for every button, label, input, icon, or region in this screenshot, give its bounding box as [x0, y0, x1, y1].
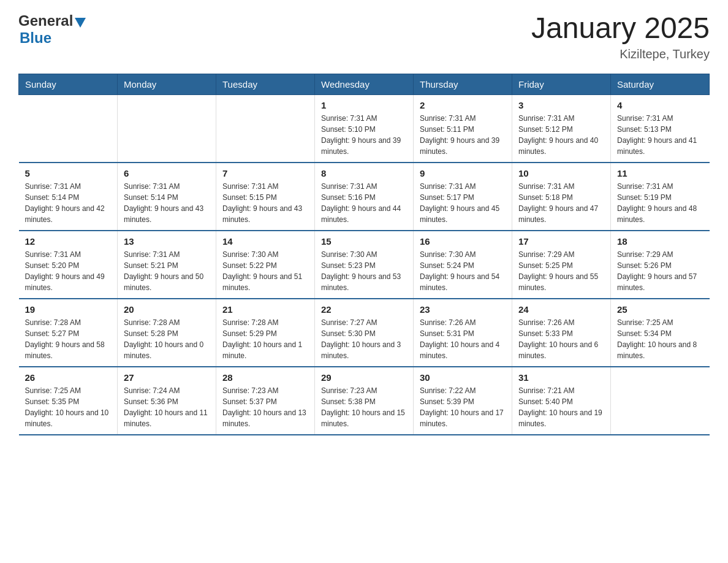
day-cell: 14Sunrise: 7:30 AMSunset: 5:22 PMDayligh…: [216, 231, 315, 299]
title-block: January 2025 Kiziltepe, Turkey: [531, 12, 710, 61]
day-info: Sunrise: 7:26 AMSunset: 5:33 PMDaylight:…: [518, 317, 604, 361]
day-number: 17: [518, 236, 604, 247]
day-info: Sunrise: 7:23 AMSunset: 5:37 PMDaylight:…: [222, 385, 308, 429]
day-number: 10: [518, 168, 604, 178]
day-number: 21: [222, 304, 308, 315]
day-number: 12: [25, 236, 112, 247]
day-cell: 15Sunrise: 7:30 AMSunset: 5:23 PMDayligh…: [315, 231, 414, 299]
day-cell: 3Sunrise: 7:31 AMSunset: 5:12 PMDaylight…: [512, 94, 611, 163]
calendar-body: 1Sunrise: 7:31 AMSunset: 5:10 PMDaylight…: [19, 94, 710, 435]
day-cell: [611, 367, 710, 435]
day-info: Sunrise: 7:29 AMSunset: 5:25 PMDaylight:…: [518, 249, 604, 293]
day-cell: 27Sunrise: 7:24 AMSunset: 5:36 PMDayligh…: [118, 367, 216, 435]
day-number: 7: [222, 168, 308, 178]
day-info: Sunrise: 7:30 AMSunset: 5:23 PMDaylight:…: [321, 249, 407, 293]
month-title: January 2025: [531, 12, 710, 45]
day-number: 30: [420, 372, 506, 383]
day-cell: 26Sunrise: 7:25 AMSunset: 5:35 PMDayligh…: [19, 367, 118, 435]
day-info: Sunrise: 7:31 AMSunset: 5:11 PMDaylight:…: [420, 113, 506, 157]
day-info: Sunrise: 7:30 AMSunset: 5:22 PMDaylight:…: [222, 249, 308, 293]
day-cell: 10Sunrise: 7:31 AMSunset: 5:18 PMDayligh…: [512, 163, 611, 231]
day-number: 13: [124, 236, 210, 247]
day-number: 22: [321, 304, 407, 315]
day-cell: 31Sunrise: 7:21 AMSunset: 5:40 PMDayligh…: [512, 367, 611, 435]
day-number: 15: [321, 236, 407, 247]
day-number: 3: [518, 100, 604, 110]
day-cell: 17Sunrise: 7:29 AMSunset: 5:25 PMDayligh…: [512, 231, 611, 299]
day-number: 19: [25, 304, 112, 315]
day-info: Sunrise: 7:31 AMSunset: 5:14 PMDaylight:…: [25, 181, 112, 225]
day-number: 20: [124, 304, 210, 315]
day-info: Sunrise: 7:28 AMSunset: 5:28 PMDaylight:…: [124, 317, 210, 361]
day-cell: 5Sunrise: 7:31 AMSunset: 5:14 PMDaylight…: [19, 163, 118, 231]
day-info: Sunrise: 7:31 AMSunset: 5:15 PMDaylight:…: [222, 181, 308, 225]
day-number: 16: [420, 236, 506, 247]
day-number: 29: [321, 372, 407, 383]
day-cell: 6Sunrise: 7:31 AMSunset: 5:14 PMDaylight…: [118, 163, 216, 231]
logo-blue-text: Blue: [20, 29, 51, 46]
day-info: Sunrise: 7:31 AMSunset: 5:16 PMDaylight:…: [321, 181, 407, 225]
day-info: Sunrise: 7:26 AMSunset: 5:31 PMDaylight:…: [420, 317, 506, 361]
day-cell: 25Sunrise: 7:25 AMSunset: 5:34 PMDayligh…: [611, 299, 710, 367]
day-number: 1: [321, 100, 407, 110]
day-info: Sunrise: 7:31 AMSunset: 5:12 PMDaylight:…: [518, 113, 604, 157]
header-cell-monday: Monday: [118, 74, 216, 94]
week-row-5: 26Sunrise: 7:25 AMSunset: 5:35 PMDayligh…: [19, 367, 710, 435]
day-info: Sunrise: 7:30 AMSunset: 5:24 PMDaylight:…: [420, 249, 506, 293]
day-cell: 1Sunrise: 7:31 AMSunset: 5:10 PMDaylight…: [315, 94, 414, 163]
day-number: 31: [518, 372, 604, 383]
day-number: 9: [420, 168, 506, 178]
day-info: Sunrise: 7:28 AMSunset: 5:29 PMDaylight:…: [222, 317, 308, 361]
day-cell: 24Sunrise: 7:26 AMSunset: 5:33 PMDayligh…: [512, 299, 611, 367]
day-number: 4: [617, 100, 703, 110]
header-cell-friday: Friday: [512, 74, 611, 94]
week-row-1: 1Sunrise: 7:31 AMSunset: 5:10 PMDaylight…: [19, 94, 710, 163]
day-info: Sunrise: 7:29 AMSunset: 5:26 PMDaylight:…: [617, 249, 703, 293]
header-cell-sunday: Sunday: [19, 74, 118, 94]
day-info: Sunrise: 7:21 AMSunset: 5:40 PMDaylight:…: [518, 385, 604, 429]
header-row: SundayMondayTuesdayWednesdayThursdayFrid…: [19, 74, 710, 94]
day-info: Sunrise: 7:25 AMSunset: 5:34 PMDaylight:…: [617, 317, 703, 361]
day-number: 25: [617, 304, 703, 315]
header-cell-wednesday: Wednesday: [315, 74, 414, 94]
day-number: 26: [25, 372, 112, 383]
logo-general-text: General: [18, 12, 73, 29]
logo: General Blue: [18, 12, 86, 47]
day-cell: [118, 94, 216, 163]
day-info: Sunrise: 7:31 AMSunset: 5:21 PMDaylight:…: [124, 249, 210, 293]
day-cell: 21Sunrise: 7:28 AMSunset: 5:29 PMDayligh…: [216, 299, 315, 367]
day-info: Sunrise: 7:27 AMSunset: 5:30 PMDaylight:…: [321, 317, 407, 361]
day-cell: 9Sunrise: 7:31 AMSunset: 5:17 PMDaylight…: [414, 163, 512, 231]
day-cell: 19Sunrise: 7:28 AMSunset: 5:27 PMDayligh…: [19, 299, 118, 367]
day-number: 28: [222, 372, 308, 383]
day-number: 6: [124, 168, 210, 178]
day-number: 23: [420, 304, 506, 315]
day-number: 27: [124, 372, 210, 383]
day-number: 2: [420, 100, 506, 110]
day-info: Sunrise: 7:23 AMSunset: 5:38 PMDaylight:…: [321, 385, 407, 429]
day-info: Sunrise: 7:31 AMSunset: 5:14 PMDaylight:…: [124, 181, 210, 225]
day-number: 14: [222, 236, 308, 247]
week-row-4: 19Sunrise: 7:28 AMSunset: 5:27 PMDayligh…: [19, 299, 710, 367]
page-header: General Blue January 2025 Kiziltepe, Tur…: [18, 12, 710, 61]
week-row-2: 5Sunrise: 7:31 AMSunset: 5:14 PMDaylight…: [19, 163, 710, 231]
day-number: 11: [617, 168, 703, 178]
day-cell: 13Sunrise: 7:31 AMSunset: 5:21 PMDayligh…: [118, 231, 216, 299]
day-cell: [216, 94, 315, 163]
day-number: 5: [25, 168, 112, 178]
day-cell: 30Sunrise: 7:22 AMSunset: 5:39 PMDayligh…: [414, 367, 512, 435]
day-info: Sunrise: 7:31 AMSunset: 5:19 PMDaylight:…: [617, 181, 703, 225]
day-number: 18: [617, 236, 703, 247]
week-row-3: 12Sunrise: 7:31 AMSunset: 5:20 PMDayligh…: [19, 231, 710, 299]
day-cell: 23Sunrise: 7:26 AMSunset: 5:31 PMDayligh…: [414, 299, 512, 367]
day-cell: 4Sunrise: 7:31 AMSunset: 5:13 PMDaylight…: [611, 94, 710, 163]
header-cell-tuesday: Tuesday: [216, 74, 315, 94]
day-cell: 18Sunrise: 7:29 AMSunset: 5:26 PMDayligh…: [611, 231, 710, 299]
logo-triangle-icon: [75, 18, 86, 28]
calendar-header: SundayMondayTuesdayWednesdayThursdayFrid…: [19, 74, 710, 94]
day-info: Sunrise: 7:31 AMSunset: 5:20 PMDaylight:…: [25, 249, 112, 293]
day-info: Sunrise: 7:31 AMSunset: 5:10 PMDaylight:…: [321, 113, 407, 157]
day-cell: 8Sunrise: 7:31 AMSunset: 5:16 PMDaylight…: [315, 163, 414, 231]
day-info: Sunrise: 7:31 AMSunset: 5:13 PMDaylight:…: [617, 113, 703, 157]
day-number: 24: [518, 304, 604, 315]
